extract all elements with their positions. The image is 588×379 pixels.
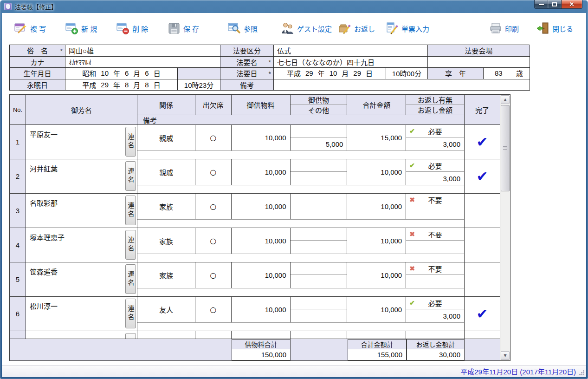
attendance-cell[interactable]: ○ bbox=[195, 125, 232, 150]
okaeshi-status-cell[interactable]: ✔ 必要 bbox=[406, 125, 464, 137]
relation-cell[interactable]: 家族 bbox=[137, 194, 195, 219]
offering-amount-cell[interactable]: 10,000 bbox=[232, 228, 291, 254]
toolbar-browse-button[interactable]: 参照 bbox=[227, 20, 258, 37]
toolbar-okaeshi-button[interactable]: お返し bbox=[338, 20, 375, 37]
guest-name-cell[interactable]: 松川淳一 連名 bbox=[26, 297, 137, 331]
attendance-cell[interactable]: ○ bbox=[195, 228, 232, 254]
other-amount-cell[interactable] bbox=[291, 206, 347, 219]
kana-field[interactable]: ｵｶﾔﾏﾏﾙｵ bbox=[65, 57, 220, 68]
offering-amount-cell[interactable]: 10,000 bbox=[232, 159, 291, 185]
joint-name-button[interactable]: 連名 bbox=[125, 196, 136, 225]
attendance-cell[interactable]: ○ bbox=[195, 297, 232, 322]
offering-amount-cell[interactable]: 10,000 bbox=[232, 194, 291, 219]
toolbar-delete-button[interactable]: 削 除 bbox=[116, 20, 148, 37]
death-date-field[interactable]: 平成29年8月8日 bbox=[65, 79, 178, 91]
done-cell[interactable]: ✔ bbox=[465, 125, 500, 159]
secular-name-field[interactable]: 岡山○雄 bbox=[65, 45, 220, 57]
total-amount-cell[interactable] bbox=[347, 331, 406, 339]
title-bar[interactable]: 法要帳【修正】 bbox=[0, 0, 588, 13]
joint-name-button[interactable]: 連名 bbox=[125, 230, 136, 260]
offering-sub-cell[interactable] bbox=[291, 331, 347, 339]
offering-sub-cell[interactable] bbox=[291, 125, 347, 137]
okaeshi-status-cell[interactable]: ✔ 必要 bbox=[406, 297, 464, 309]
note-cell[interactable] bbox=[137, 288, 464, 296]
okaeshi-amount-cell[interactable] bbox=[406, 241, 464, 254]
okaeshi-status-cell[interactable]: ✖ 不要 bbox=[406, 194, 464, 206]
toolbar-new-button[interactable]: 新 規 bbox=[65, 20, 97, 37]
okaeshi-status-cell[interactable] bbox=[406, 331, 464, 339]
relation-cell[interactable]: 家族 bbox=[137, 262, 195, 288]
offering-sub-cell[interactable] bbox=[291, 194, 347, 206]
relation-cell[interactable]: 家族 bbox=[137, 228, 195, 254]
relation-cell[interactable]: 親戚 bbox=[137, 159, 195, 185]
close-button[interactable] bbox=[561, 0, 582, 9]
done-cell[interactable] bbox=[465, 331, 500, 339]
note-cell[interactable] bbox=[137, 322, 464, 331]
relation-cell[interactable] bbox=[137, 331, 195, 339]
note-field[interactable] bbox=[274, 79, 530, 91]
done-cell[interactable]: ✔ bbox=[465, 159, 500, 193]
done-cell[interactable] bbox=[465, 228, 500, 262]
toolbar-single-form-entry-button[interactable]: 単票入力 bbox=[385, 20, 429, 37]
service-time-field[interactable]: 10時00分 bbox=[386, 68, 428, 79]
done-cell[interactable] bbox=[465, 262, 500, 296]
total-amount-cell[interactable]: 10,000 bbox=[347, 262, 406, 288]
joint-name-button[interactable]: 連名 bbox=[125, 264, 136, 294]
service-date-field[interactable]: 平成29年10月29日 bbox=[274, 68, 386, 79]
other-amount-cell[interactable] bbox=[291, 309, 347, 322]
attendance-cell[interactable]: ○ bbox=[195, 262, 232, 288]
service-venue-field[interactable] bbox=[428, 57, 530, 68]
okaeshi-amount-cell[interactable] bbox=[406, 275, 464, 288]
okaeshi-amount-cell[interactable]: 3,000 bbox=[406, 137, 464, 150]
other-amount-cell[interactable]: 5,000 bbox=[291, 137, 347, 150]
relation-cell[interactable]: 友人 bbox=[137, 297, 195, 322]
toolbar-guest-settings-button[interactable]: ゲスト設定 bbox=[281, 20, 332, 37]
birth-date-field[interactable]: 昭和10年6月6日 bbox=[65, 68, 178, 79]
okaeshi-status-cell[interactable]: ✖ 不要 bbox=[406, 262, 464, 275]
joint-name-button[interactable]: 連名 bbox=[125, 299, 136, 328]
vertical-scrollbar[interactable]: ▲ ▼ bbox=[500, 95, 510, 360]
relation-cell[interactable]: 親戚 bbox=[137, 125, 195, 150]
offering-sub-cell[interactable] bbox=[291, 262, 347, 275]
offering-sub-cell[interactable] bbox=[291, 159, 347, 172]
guest-name-cell[interactable]: 塚本理恵子 連名 bbox=[26, 228, 137, 262]
joint-name-button[interactable]: 連名 bbox=[125, 161, 136, 191]
guest-name-cell[interactable]: 連名 bbox=[26, 331, 137, 339]
other-amount-cell[interactable] bbox=[291, 241, 347, 254]
done-cell[interactable] bbox=[465, 194, 500, 228]
service-name-field[interactable]: 七七日（なななのか）四十九日 bbox=[274, 57, 428, 68]
okaeshi-amount-cell[interactable] bbox=[406, 206, 464, 219]
okaeshi-amount-cell[interactable]: 3,000 bbox=[406, 172, 464, 185]
death-time-field[interactable]: 10時23分 bbox=[178, 79, 220, 91]
total-amount-cell[interactable]: 10,000 bbox=[347, 228, 406, 254]
okaeshi-status-cell[interactable]: ✖ 不要 bbox=[406, 228, 464, 241]
toolbar-print-button[interactable]: 印刷 bbox=[489, 20, 519, 37]
guest-name-cell[interactable]: 名取彩那 連名 bbox=[26, 194, 137, 228]
joint-name-button[interactable]: 連名 bbox=[125, 127, 136, 157]
offering-sub-cell[interactable] bbox=[291, 228, 347, 241]
note-cell[interactable] bbox=[137, 150, 464, 159]
okaeshi-status-cell[interactable]: ✔ 必要 bbox=[406, 159, 464, 172]
service-type-field[interactable]: 仏式 bbox=[274, 45, 428, 57]
resize-grip-icon[interactable] bbox=[583, 374, 584, 375]
scroll-down-button[interactable]: ▼ bbox=[501, 351, 510, 360]
other-amount-cell[interactable] bbox=[291, 275, 347, 288]
offering-sub-cell[interactable] bbox=[291, 297, 347, 309]
total-amount-cell[interactable]: 15,000 bbox=[347, 125, 406, 150]
joint-name-button[interactable]: 連名 bbox=[125, 333, 136, 339]
other-amount-cell[interactable] bbox=[291, 172, 347, 185]
toolbar-close-button[interactable]: 閉じる bbox=[536, 20, 573, 37]
guest-name-cell[interactable]: 笹森遥香 連名 bbox=[26, 262, 137, 296]
note-cell[interactable] bbox=[137, 254, 464, 262]
attendance-cell[interactable] bbox=[195, 331, 232, 339]
attendance-cell[interactable]: ○ bbox=[195, 194, 232, 219]
guest-name-cell[interactable]: 平原友一 連名 bbox=[26, 125, 137, 159]
done-cell[interactable]: ✔ bbox=[465, 297, 500, 331]
total-amount-cell[interactable]: 10,000 bbox=[347, 159, 406, 185]
attendance-cell[interactable]: ○ bbox=[195, 159, 232, 185]
offering-amount-cell[interactable]: 10,000 bbox=[232, 125, 291, 150]
toolbar-copy-button[interactable]: 複 写 bbox=[14, 20, 46, 37]
note-cell[interactable] bbox=[137, 185, 464, 193]
note-cell[interactable] bbox=[137, 219, 464, 228]
guest-name-cell[interactable]: 河井紅葉 連名 bbox=[26, 159, 137, 193]
